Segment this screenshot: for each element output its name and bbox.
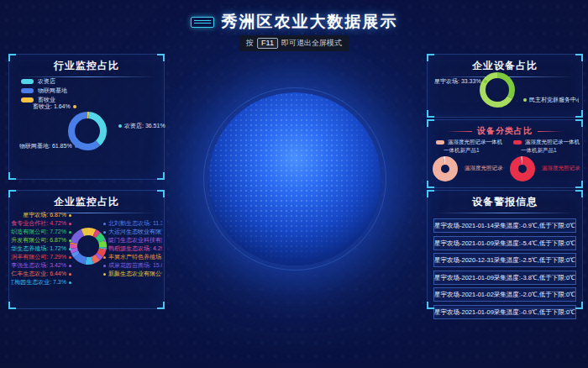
chart-callout: 物联网基地: 61.85%: [19, 142, 78, 150]
panel-title-alarms: 设备警报信息: [428, 191, 582, 209]
panel-title-industry: 行业监控占比: [9, 55, 164, 73]
chart-callout: 温湿度光照记录一→: [465, 165, 503, 172]
chart-callout: 秀湖粮食专业合作社: 4.72%: [11, 219, 71, 228]
chart-callout: 家缘织造有限公司: 7.72%: [11, 228, 71, 236]
alarm-list: 星宇农场-2021-01-14采集温度:-0.9℃,低于下限:0℃星宇农场-20…: [433, 218, 576, 319]
panel-enterprise-equipment: 企业设备占比 星宇农场: 33.33% 民主村党群服务中心:: [427, 54, 583, 118]
corner-accent: [575, 54, 583, 61]
alarm-row: 星宇农场-2021-01-14采集温度:-0.9℃,低于下限:0℃: [433, 218, 576, 233]
corner-accent: [575, 302, 583, 309]
corner-accent: [157, 190, 165, 197]
corner-accent: [575, 119, 583, 127]
enterprise-donut-chart[interactable]: [70, 228, 107, 265]
alarm-row: 星宇农场-2021-01-09采集温度:-3.8℃,低于下限:0℃: [433, 271, 576, 285]
device-class-title-row: 设备分类占比: [428, 120, 582, 137]
alarm-row: 星宇农场-2020-12-31采集温度:-2.5℃,低于下限:0℃: [433, 253, 576, 267]
legend-item[interactable]: 物联网基地: [21, 87, 67, 94]
brand-logo: [191, 17, 214, 28]
chart-callout: 仁丰生态农业: 6.44%: [11, 270, 71, 278]
header: 秀洲区农业大数据展示: [0, 11, 588, 33]
panel-device-class: 设备分类占比 温湿度光照记录一体机 一体机新产品1 温湿度光照记录一→ 温湿度光…: [427, 119, 583, 188]
corner-accent: [157, 172, 165, 180]
corner-accent: [157, 54, 165, 61]
chart-callout: 新颜生态农业有限公司: 6.87: [103, 270, 162, 278]
legend-item[interactable]: 温湿度光照记录一体机: [436, 139, 505, 146]
chart-callout: 畜牧业: 1.64%: [33, 103, 76, 111]
legend-label: 农资店: [38, 77, 55, 86]
legend-label: 温湿度光照记录一体机: [525, 139, 580, 146]
corner-accent: [8, 54, 16, 61]
enterprise-callouts-right: 北刘鹅生态农场: 11.36%大运河生态牧业有限责任公陡门生态农业科技有限公鸭稻…: [103, 219, 162, 278]
chart-callout: 丰翼水产特色养殖场: 1.: [103, 253, 162, 261]
industry-legend: 农资店物联网基地畜牧业: [21, 77, 67, 105]
legend-item[interactable]: 温湿度光照记录一体机: [513, 139, 582, 146]
chart-callout: 翔升发有限公司: 6.87%: [11, 236, 71, 244]
corner-accent: [8, 172, 16, 180]
legend-swatch: [513, 140, 522, 145]
corner-accent: [157, 302, 165, 309]
title-divider: [436, 213, 574, 213]
corner-accent: [8, 190, 16, 197]
chart-callout: 李强生态农场: 3.42%: [11, 261, 71, 270]
corner-accent: [427, 119, 434, 127]
chart-callout: 大运河生态牧业有限责任公: [103, 228, 162, 236]
device-class-chart-2: 温湿度光照记录一体机 一体机新产品1 温湿度光照记录一→: [507, 139, 582, 186]
alarm-row: 星宇农场-2021-01-02采集温度:-2.0℃,低于下限:0℃: [433, 287, 576, 302]
callout-text: 星宇农场: 33.33%: [434, 77, 481, 86]
panel-industry-monitor: 行业监控占比 农资店物联网基地畜牧业 畜牧业: 1.64%农资店: 36.51%…: [8, 54, 165, 180]
legend-label: 物联网基地: [38, 87, 67, 95]
callout-text: 民主村党群服务中心:: [529, 96, 579, 104]
device-donut-chart-2[interactable]: [510, 156, 537, 183]
device-donut-chart-1[interactable]: [433, 156, 459, 183]
device-class-chart-1: 温湿度光照记录一体机 一体机新产品1 温湿度光照记录一→: [429, 139, 505, 186]
f11-key-badge: F11: [257, 38, 278, 49]
chart-callout: 一体机新产品1: [521, 147, 582, 155]
chart-callout: 陡门生态农业科技有限公: [103, 236, 162, 244]
panel-enterprise-monitor: 企业监控占比 星宇农场: 6.87%秀湖粮食专业合作社: 4.72%家缘织造有限…: [8, 190, 165, 309]
corner-accent: [427, 110, 434, 118]
chart-callout: 成泉花园苗圃场: 15.02%: [103, 261, 162, 270]
panel-device-alarms: 设备警报信息 星宇农场-2021-01-14采集温度:-0.9℃,低于下限:0℃…: [427, 190, 583, 309]
corner-accent: [427, 54, 434, 61]
corner-accent: [575, 110, 583, 118]
panel-title-device-class: 设备分类占比: [477, 125, 533, 137]
callout-dot: [523, 98, 527, 102]
chart-callout: 七华生态养殖场: 1.72%: [11, 244, 71, 253]
chart-callout: 北刘鹅生态农场: 11.36%: [103, 219, 162, 228]
chart-callout: 星宇农场: 6.87%: [11, 211, 71, 219]
equipment-callout-left: 星宇农场: 33.33%: [434, 77, 487, 86]
corner-accent: [427, 302, 434, 309]
legend-swatch: [21, 97, 34, 103]
alarm-row: 星宇农场-2021-01-09采集温度:-0.9℃,低于下限:0℃: [433, 305, 576, 319]
legend-swatch: [436, 140, 444, 145]
legend-swatch: [21, 79, 34, 84]
chart-callout: 农资店: 36.51%: [118, 122, 165, 130]
alarm-row: 星宇农场-2021-01-09采集温度:-5.4℃,低于下限:0℃: [433, 236, 576, 250]
chart-callout: 一体机新产品1: [444, 147, 505, 155]
chart-callout: 温湿度光照记录一→: [542, 165, 580, 172]
corner-accent: [427, 190, 434, 197]
chart-callout: 鸭稻源生态农场: 4.29: [103, 244, 162, 253]
page-title: 秀洲区农业大数据展示: [222, 11, 398, 33]
enterprise-callouts-left: 星宇农场: 6.87%秀湖粮食专业合作社: 4.72%家缘织造有限公司: 7.7…: [11, 211, 71, 287]
panel-title-enterprise: 企业监控占比: [9, 191, 164, 209]
legend-swatch: [21, 88, 34, 93]
globe-visual: [208, 92, 381, 265]
title-line: [538, 131, 563, 132]
corner-accent: [8, 302, 16, 309]
title-line: [447, 131, 472, 132]
chart-callout: 中润丰有限公司: 7.29%: [11, 253, 71, 261]
panel-title-equipment: 企业设备占比: [428, 55, 582, 73]
hint-suffix: 即可退出全屏模式: [281, 38, 342, 49]
corner-accent: [575, 190, 583, 197]
legend-label: 温湿度光照记录一体机: [448, 139, 502, 146]
callout-dot: [484, 80, 487, 83]
legend-item[interactable]: 农资店: [21, 77, 67, 85]
fullscreen-hint: 按 F11 即可退出全屏模式: [239, 35, 349, 51]
chart-callout: 红梅园生态农业: 7.3%: [11, 278, 71, 287]
dashboard: 秀洲区农业大数据展示 按 F11 即可退出全屏模式 行业监控占比 农资店物联网基…: [0, 0, 588, 368]
hint-prefix: 按: [246, 38, 254, 49]
equipment-callout-right: 民主村党群服务中心:: [523, 96, 579, 104]
